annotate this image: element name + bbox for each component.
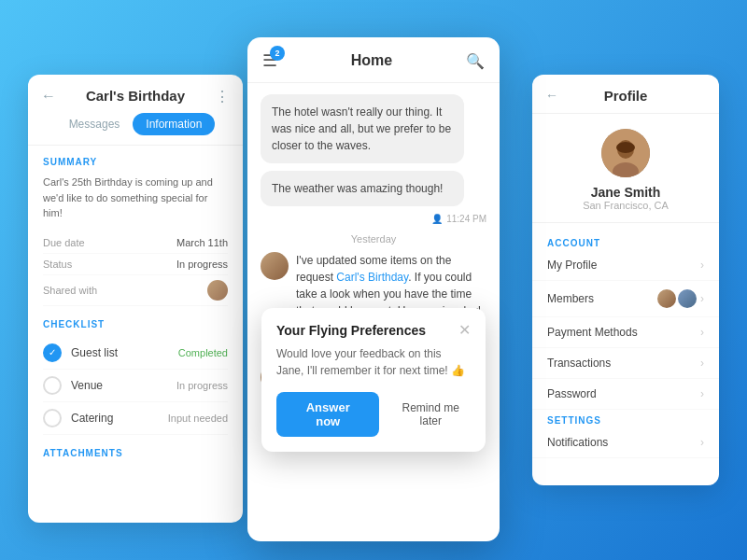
summary-text: Carl's 25th Birthday is coming up and we… <box>43 175 228 221</box>
more-icon[interactable]: ⋮ <box>215 88 230 105</box>
popup-emoji: 👍 <box>451 364 465 377</box>
menu-item-password[interactable]: Password › <box>532 379 719 410</box>
chevron-icon-4: › <box>700 387 704 400</box>
menu-item-transactions[interactable]: Transactions › <box>532 348 719 379</box>
summary-label: SUMMARY <box>43 157 228 167</box>
svg-point-3 <box>616 142 635 153</box>
shared-avatar <box>207 280 228 301</box>
info-row-duedate: Due date March 11th <box>43 232 228 254</box>
checklist-status-2: Input needed <box>168 413 228 424</box>
checklist-name-2: Catering <box>71 412 159 425</box>
back-icon[interactable]: ← <box>41 88 56 105</box>
remind-later-button[interactable]: Remind me later <box>390 401 471 427</box>
left-panel-tabs: Messages Information <box>43 113 228 145</box>
left-panel: ← Carl's Birthday ⋮ Messages Information… <box>28 75 243 523</box>
menu-label-notifications: Notifications <box>547 436 608 449</box>
profile-section: Jane Smith San Francisco, CA <box>532 114 719 223</box>
right-panel-header: ← Profile <box>532 75 719 114</box>
center-header: ☰ 2 Home 🔍 <box>247 37 500 83</box>
close-icon[interactable]: ✕ <box>458 323 471 338</box>
member-avatar-1 <box>657 289 676 308</box>
chevron-icon-5: › <box>700 436 704 449</box>
chat-link-1[interactable]: Carl's Birthday <box>336 271 408 284</box>
avatar-image <box>601 129 650 177</box>
center-panel: ☰ 2 Home 🔍 The hotel wasn't really our t… <box>247 37 500 541</box>
menu-label-password: Password <box>547 387 597 400</box>
answer-now-button[interactable]: Answer now <box>276 392 379 437</box>
popup-actions: Answer now Remind me later <box>276 392 471 437</box>
menu-label-payment: Payment Methods <box>547 326 638 339</box>
center-title: Home <box>351 52 392 69</box>
checklist-item-1: Venue In progress <box>43 370 228 402</box>
due-date-value: March 11th <box>176 237 228 248</box>
chat-bubble-2: The weather was amazing though! <box>261 171 464 206</box>
tab-messages[interactable]: Messages <box>56 113 134 135</box>
check-circle-2[interactable] <box>43 409 62 427</box>
left-panel-header: ← Carl's Birthday ⋮ Messages Information <box>28 75 243 146</box>
profile-avatar <box>601 129 650 177</box>
right-body: ACCOUNT My Profile › Members › Payment M… <box>532 223 719 468</box>
attachments-label: ATTACHMENTS <box>43 448 228 458</box>
menu-label-transactions: Transactions <box>547 357 611 370</box>
menu-btn[interactable]: ☰ 2 <box>262 50 277 71</box>
menu-item-myprofile[interactable]: My Profile › <box>532 250 719 281</box>
check-circle-0[interactable]: ✓ <box>43 343 62 362</box>
popup-title: Your Flying Preferences <box>276 323 426 338</box>
member-avatar-2 <box>678 289 697 308</box>
left-panel-body: SUMMARY Carl's 25th Birthday is coming u… <box>28 146 243 514</box>
right-back-icon[interactable]: ← <box>545 88 558 103</box>
account-label: ACCOUNT <box>532 232 719 250</box>
chevron-icon-1: › <box>700 292 704 305</box>
popup-body-text: Would love your feedback on this Jane, I… <box>276 347 448 377</box>
members-avatars <box>657 289 697 308</box>
chat-time-1: 👤 11:24 PM <box>261 214 486 224</box>
checklist-status-0: Completed <box>178 347 228 358</box>
profile-name: Jane Smith <box>591 185 661 200</box>
left-panel-title: Carl's Birthday <box>43 88 228 104</box>
info-row-status: Status In progress <box>43 254 228 275</box>
status-value: In progress <box>176 259 228 270</box>
profile-location: San Francisco, CA <box>583 200 669 211</box>
shared-with-label: Shared with <box>43 285 97 296</box>
menu-item-payment[interactable]: Payment Methods › <box>532 317 719 348</box>
menu-label-members: Members <box>547 292 594 305</box>
checklist-name-1: Venue <box>71 379 167 392</box>
time-value-1: 11:24 PM <box>446 214 486 224</box>
checklist-label: CHECKLIST <box>43 319 228 329</box>
check-circle-1[interactable] <box>43 376 62 395</box>
notification-badge: 2 <box>270 46 285 61</box>
members-right: › <box>657 289 704 308</box>
chevron-icon-0: › <box>700 259 704 272</box>
status-label: Status <box>43 259 72 270</box>
popup-header: Your Flying Preferences ✕ <box>276 323 471 338</box>
menu-item-notifications[interactable]: Notifications › <box>532 427 719 458</box>
date-divider-yesterday: Yesterday <box>261 233 486 245</box>
checklist-item-2: Catering Input needed <box>43 402 228 435</box>
settings-label: SETTINGS <box>532 410 719 427</box>
checklist-status-1: In progress <box>176 380 228 391</box>
tab-information[interactable]: Information <box>133 113 215 135</box>
chat-bubble-1: The hotel wasn't really our thing. It wa… <box>261 94 464 163</box>
search-icon[interactable]: 🔍 <box>466 52 485 70</box>
chevron-icon-2: › <box>700 326 704 339</box>
due-date-label: Due date <box>43 237 85 248</box>
right-panel: ← Profile Jane Smith San Francisco, CA A… <box>532 75 719 485</box>
popup-body: Would love your feedback on this Jane, I… <box>276 345 471 379</box>
checklist-name-0: Guest list <box>71 346 169 359</box>
user-avatar-1 <box>261 252 289 280</box>
popup-card: Your Flying Preferences ✕ Would love you… <box>261 308 486 452</box>
menu-label-myprofile: My Profile <box>547 259 597 272</box>
info-row-sharedwith: Shared with <box>43 275 228 306</box>
chevron-icon-3: › <box>700 357 704 370</box>
person-icon: 👤 <box>431 214 443 224</box>
menu-item-members[interactable]: Members › <box>532 281 719 317</box>
right-panel-title: Profile <box>547 88 704 104</box>
checklist-item-0: ✓ Guest list Completed <box>43 337 228 370</box>
